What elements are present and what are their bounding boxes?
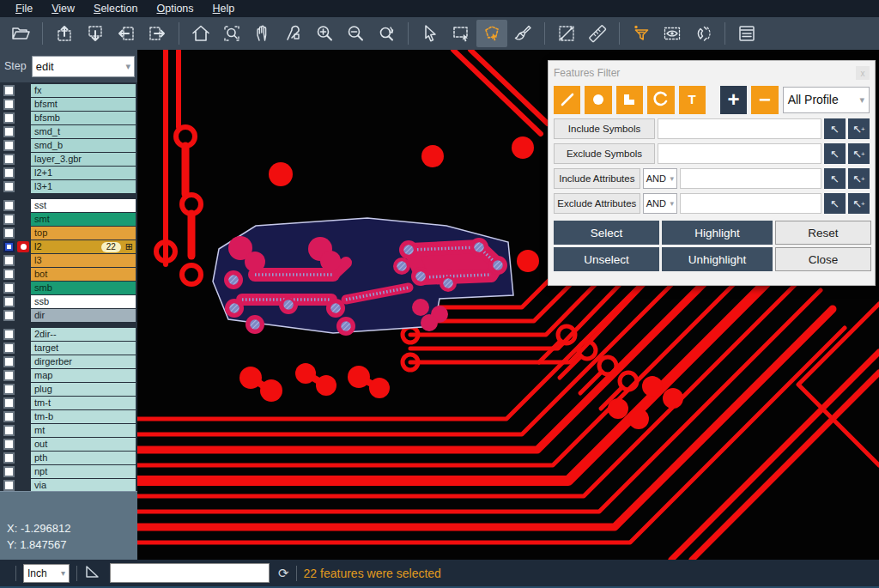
layer-checkbox-dirgerber[interactable] [3, 356, 15, 367]
include-symbols-button[interactable]: Include Symbols [554, 118, 655, 139]
exclude-symbols-pick-button[interactable]: ↖ [824, 143, 846, 164]
layer-checkbox-smd_t[interactable] [3, 126, 15, 137]
layer-checkbox-target[interactable] [3, 342, 15, 354]
layer-checkbox-l2+1[interactable] [3, 167, 15, 179]
include-attributes-and-select[interactable]: AND▾ [643, 168, 677, 189]
angle-measure-icon[interactable] [84, 563, 101, 584]
include-symbols-pick-button[interactable]: ↖ [824, 118, 846, 139]
unit-select[interactable]: Inch ▾ [23, 564, 70, 583]
include-attributes-input[interactable] [680, 168, 821, 189]
layer-checkbox-tm-b[interactable] [3, 411, 15, 422]
layer-name-map[interactable]: map [31, 369, 136, 382]
include-attributes-button[interactable]: Include Attributes [554, 168, 640, 189]
toolbar-snap-magnet-button[interactable] [688, 20, 718, 47]
layer-checkbox-pth[interactable] [3, 452, 15, 464]
layer-checkbox-l3[interactable] [3, 255, 15, 266]
exclude-symbols-pick-add-button[interactable]: ↖+ [848, 143, 870, 164]
include-symbols-pick-add-button[interactable]: ↖+ [848, 118, 870, 139]
unhighlight-button[interactable]: Unhighlight [662, 247, 773, 271]
layer-name-dir[interactable]: dir [31, 309, 136, 322]
toolbar-zoom-polygon-button[interactable] [278, 20, 309, 47]
layer-checkbox-map[interactable] [3, 370, 15, 381]
filter-type-line-button[interactable] [554, 86, 580, 114]
layer-name-fx[interactable]: fx [31, 84, 136, 97]
toolbar-import-down-button[interactable] [80, 20, 111, 47]
toolbar-select-polygon-button[interactable] [476, 20, 507, 47]
exclude-attributes-pick-add-button[interactable]: ↖+ [848, 193, 870, 214]
toolbar-zoom-window-button[interactable] [216, 20, 247, 47]
include-symbols-input[interactable] [658, 118, 821, 139]
layer-checkbox-via[interactable] [3, 480, 15, 491]
toolbar-measure-ruler-button[interactable] [582, 20, 613, 47]
layer-name-l2[interactable]: l222⊞ [31, 240, 136, 253]
layer-checkbox-smd_b[interactable] [3, 140, 15, 151]
toolbar-home-view-button[interactable] [185, 20, 216, 47]
dialog-titlebar[interactable]: Features Filter x [554, 64, 870, 82]
layer-checkbox-l2[interactable] [3, 241, 15, 252]
filter-type-arc-button[interactable] [647, 86, 674, 114]
layer-name-smt[interactable]: smt [31, 213, 136, 226]
layer-checkbox-smt[interactable] [3, 214, 15, 225]
menu-options[interactable]: Options [148, 2, 202, 15]
layer-checkbox-layer_3.gbr[interactable] [3, 154, 15, 165]
layer-checkbox-bfsmb[interactable] [3, 112, 15, 124]
layer-name-ssb[interactable]: ssb [31, 295, 136, 308]
layer-name-bfsmt[interactable]: bfsmt [31, 98, 136, 111]
toolbar-zoom-redraw-button[interactable] [371, 20, 402, 47]
exclude-attributes-pick-button[interactable]: ↖ [824, 193, 846, 214]
menu-file[interactable]: File [7, 2, 41, 15]
layer-name-via[interactable]: via [31, 479, 136, 492]
reset-button[interactable]: Reset [775, 221, 871, 245]
step-select[interactable]: edit ▾ [32, 56, 135, 77]
layer-name-layer_3.gbr[interactable]: layer_3.gbr [31, 153, 136, 166]
grid-icon[interactable]: ⊞ [125, 241, 133, 252]
polarity-positive-button[interactable]: + [720, 86, 747, 114]
layer-name-tm-b[interactable]: tm-b [31, 410, 136, 423]
toolbar-export-up-button[interactable] [49, 20, 80, 47]
menu-help[interactable]: Help [204, 2, 244, 15]
layer-checkbox-ssb[interactable] [3, 296, 15, 307]
layer-checkbox-bot[interactable] [3, 269, 15, 280]
layer-checkbox-bfsmt[interactable] [3, 99, 15, 110]
layer-name-top[interactable]: top [31, 227, 136, 239]
close-button[interactable]: Close [775, 247, 871, 271]
layer-checkbox-mt[interactable] [3, 425, 15, 436]
layer-name-out[interactable]: out [31, 438, 136, 451]
layer-name-l3+1[interactable]: l3+1 [31, 180, 136, 193]
toolbar-pan-hand-button[interactable] [247, 20, 278, 47]
layer-name-npt[interactable]: npt [31, 465, 136, 478]
toolbar-zoom-in-button[interactable] [309, 20, 340, 47]
filter-type-text-button[interactable]: T [679, 86, 706, 114]
select-button[interactable]: Select [554, 221, 659, 245]
close-icon[interactable]: x [856, 66, 870, 80]
toolbar-select-rectangle-button[interactable] [446, 20, 476, 47]
layer-name-bot[interactable]: bot [31, 268, 136, 281]
toolbar-select-pointer-button[interactable] [415, 20, 446, 47]
filter-type-surface-button[interactable] [616, 86, 643, 114]
exclude-attributes-button[interactable]: Exclude Attributes [554, 193, 640, 214]
toolbar-open-folder-button[interactable] [5, 20, 36, 47]
toolbar-clear-brush-button[interactable] [507, 20, 538, 47]
layer-checkbox-top[interactable] [3, 227, 15, 239]
menu-selection[interactable]: Selection [85, 2, 146, 15]
include-attributes-pick-button[interactable]: ↖ [824, 168, 846, 189]
toolbar-zoom-out-button[interactable] [340, 20, 371, 47]
layer-name-dirgerber[interactable]: dirgerber [31, 355, 136, 368]
layer-checkbox-l3+1[interactable] [3, 181, 15, 192]
toolbar-features-filter-button[interactable] [626, 20, 657, 47]
toolbar-step-left-button[interactable] [111, 20, 142, 47]
layer-name-smd_b[interactable]: smd_b [31, 139, 136, 152]
layer-name-bfsmb[interactable]: bfsmb [31, 112, 136, 124]
toolbar-measure-points-button[interactable] [551, 20, 582, 47]
layer-name-l3[interactable]: l3 [31, 254, 136, 267]
layer-name-target[interactable]: target [31, 342, 136, 355]
layer-name-smd_t[interactable]: smd_t [31, 125, 136, 138]
layer-checkbox-smb[interactable] [3, 282, 15, 294]
layer-name-l2+1[interactable]: l2+1 [31, 167, 136, 179]
layer-name-tm-t[interactable]: tm-t [31, 397, 136, 409]
exclude-symbols-input[interactable] [658, 143, 821, 164]
include-attributes-pick-add-button[interactable]: ↖+ [848, 168, 870, 189]
highlight-button[interactable]: Highlight [662, 221, 773, 245]
profile-select[interactable]: All Profile▾ [783, 87, 870, 113]
unselect-button[interactable]: Unselect [554, 247, 659, 271]
